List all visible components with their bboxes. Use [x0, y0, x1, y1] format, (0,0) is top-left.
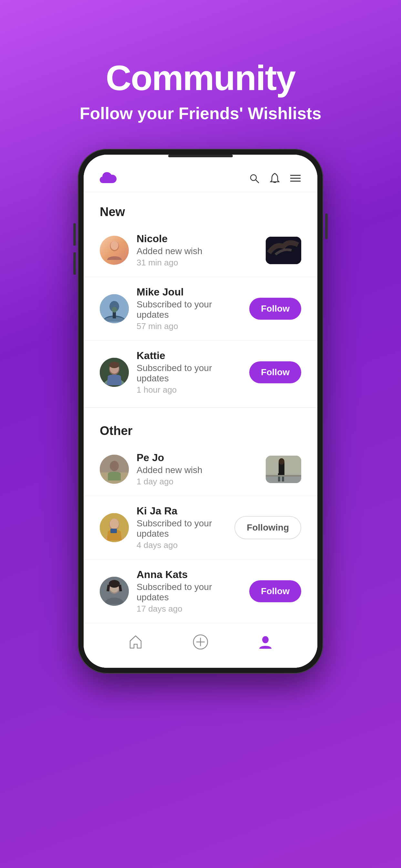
notif-name: Ki Ja Ra	[136, 505, 227, 517]
follow-button[interactable]: Follow	[249, 298, 301, 320]
svg-rect-26	[266, 475, 301, 476]
profile-nav-icon[interactable]	[256, 632, 275, 652]
phone-frame: New Nicole Added new wish	[78, 149, 323, 674]
list-item: Ki Ja Ra Subscribed to your updates 4 da…	[84, 496, 317, 559]
notif-time: 31 min ago	[136, 258, 258, 268]
phone-screen: New Nicole Added new wish	[84, 155, 317, 668]
notif-name: Nicole	[136, 233, 258, 245]
notif-name: Pe Jo	[136, 452, 258, 464]
svg-point-7	[111, 241, 118, 250]
background: Community Follow your Friends' Wishlists	[0, 0, 401, 868]
list-item: Mike Joul Subscribed to your updates 57 …	[84, 277, 317, 340]
notif-action: Added new wish	[136, 465, 258, 475]
notif-name: Anna Kats	[136, 569, 242, 581]
svg-rect-27	[266, 476, 301, 483]
notif-action: Added new wish	[136, 246, 258, 256]
notif-name: Kattie	[136, 350, 242, 362]
section-new-title: New	[84, 192, 317, 224]
app-header	[84, 155, 317, 192]
following-button[interactable]: Following	[235, 516, 301, 539]
add-nav-icon[interactable]	[191, 632, 210, 652]
svg-point-35	[109, 580, 120, 588]
svg-point-39	[262, 636, 269, 643]
notif-thumbnail	[266, 456, 301, 483]
section-new: New Nicole Added new wish	[84, 192, 317, 404]
avatar	[100, 294, 129, 323]
avatar	[100, 358, 129, 387]
list-item: Pe Jo Added new wish 1 day ago	[84, 443, 317, 496]
section-other: Other Pe	[84, 411, 317, 623]
follow-button[interactable]: Follow	[249, 580, 301, 602]
home-nav-icon[interactable]	[126, 632, 145, 652]
volume-buttons	[73, 223, 76, 275]
notif-text-nicole: Nicole Added new wish 31 min ago	[136, 233, 258, 268]
list-item: Nicole Added new wish 31 min ago	[84, 224, 317, 277]
notif-time: 1 hour ago	[136, 385, 242, 395]
app-content: New Nicole Added new wish	[84, 192, 317, 668]
avatar	[100, 236, 129, 265]
svg-point-23	[279, 458, 284, 465]
search-icon[interactable]	[248, 173, 260, 184]
svg-point-20	[110, 461, 119, 471]
notif-time: 17 days ago	[136, 604, 242, 614]
notif-action: Subscribed to your updates	[136, 363, 242, 383]
notif-time: 1 day ago	[136, 476, 258, 487]
notif-text-mike: Mike Joul Subscribed to your updates 57 …	[136, 286, 242, 331]
hero-title: Community	[80, 58, 321, 97]
notif-action: Subscribed to your updates	[136, 299, 242, 320]
svg-point-13	[112, 307, 117, 313]
svg-line-1	[256, 180, 258, 183]
list-item: Kattie Subscribed to your updates 1 hour…	[84, 341, 317, 404]
bottom-nav	[84, 623, 317, 668]
hero-subtitle: Follow your Friends' Wishlists	[80, 104, 321, 123]
follow-button[interactable]: Follow	[249, 361, 301, 383]
svg-point-30	[110, 519, 119, 529]
notif-text-pejo: Pe Jo Added new wish 1 day ago	[136, 452, 258, 487]
header-icons	[248, 173, 301, 184]
hero-header: Community Follow your Friends' Wishlists	[80, 58, 321, 123]
notif-time: 4 days ago	[136, 540, 227, 550]
notif-name: Mike Joul	[136, 286, 242, 298]
notif-text-annakats: Anna Kats Subscribed to your updates 17 …	[136, 569, 242, 614]
list-item: Anna Kats Subscribed to your updates 17 …	[84, 560, 317, 623]
notif-text-kattie: Kattie Subscribed to your updates 1 hour…	[136, 350, 242, 395]
avatar	[100, 577, 129, 606]
menu-icon[interactable]	[289, 173, 301, 184]
app-logo	[100, 171, 118, 185]
notif-time: 57 min ago	[136, 321, 242, 331]
svg-rect-31	[111, 529, 117, 533]
notif-action: Subscribed to your updates	[136, 582, 242, 602]
avatar	[100, 455, 129, 484]
notif-action: Subscribed to your updates	[136, 518, 227, 539]
section-other-title: Other	[84, 411, 317, 443]
avatar	[100, 513, 129, 542]
notif-text-kijara: Ki Ja Ra Subscribed to your updates 4 da…	[136, 505, 227, 550]
svg-point-17	[109, 362, 120, 368]
notif-thumbnail	[266, 237, 301, 264]
notification-icon[interactable]	[269, 173, 281, 184]
